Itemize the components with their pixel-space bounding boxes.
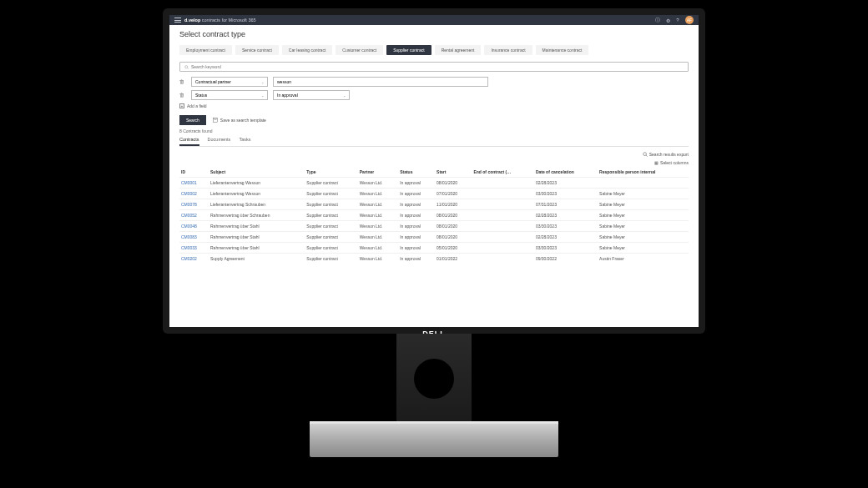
svg-line-1 [187, 68, 188, 68]
delete-filter-icon[interactable]: 🗑 [179, 92, 186, 98]
row-type: Supplier contract [305, 199, 357, 210]
row-subject: Rahmenvertrag über Stahl [209, 232, 305, 243]
delete-filter-icon[interactable]: 🗑 [179, 78, 186, 85]
filter-row: 🗑Status⌄In approval⌄ [179, 90, 689, 100]
contract-type-tab[interactable]: Insurance contract [484, 45, 532, 55]
save-search-template-button[interactable]: Save as search template [213, 118, 266, 123]
table-row[interactable]: CM0052Rahmenvertrag über SchraubenSuppli… [179, 210, 689, 221]
contract-type-tabs: Employment contractService contractCar l… [179, 45, 689, 55]
row-cancel: 02/28/2023 [534, 210, 598, 221]
export-icon [643, 152, 648, 157]
row-start: 08/01/2020 [435, 232, 472, 243]
row-id[interactable]: CM0202 [179, 254, 209, 264]
row-subject: Rahmenvertrag über Stahl [209, 221, 305, 232]
contract-type-tab[interactable]: Rental agreement [435, 45, 482, 55]
search-keyword-bar[interactable] [179, 62, 689, 72]
contract-type-tab[interactable]: Service contract [235, 45, 279, 55]
contract-type-tab[interactable]: Supplier contract [386, 45, 431, 55]
filter-value-select[interactable]: In approval⌄ [273, 90, 350, 100]
filter-field-select[interactable]: Status⌄ [191, 90, 268, 100]
table-row[interactable]: CM0078Lieferantenvertrag SchraubenSuppli… [179, 199, 689, 210]
row-id[interactable]: CM0033 [179, 243, 209, 254]
chevron-down-icon: ⌄ [261, 93, 264, 98]
info-icon[interactable]: ⓘ [655, 18, 660, 23]
row-cancel: 03/30/2023 [534, 243, 598, 254]
row-start: 05/01/2020 [435, 243, 472, 254]
table-row[interactable]: CM0048Rahmenvertrag über StahlSupplier c… [179, 221, 689, 232]
sub-tab[interactable]: Tasks [239, 137, 250, 146]
sub-tab[interactable]: Contracts [179, 137, 199, 146]
row-end [472, 221, 533, 232]
column-header[interactable]: End of contract (… [472, 167, 533, 178]
settings-icon[interactable]: ⚙ [665, 18, 670, 23]
filter-row: 🗑Contractual partner⌄ [179, 77, 689, 87]
help-icon[interactable]: ? [675, 18, 680, 23]
column-header[interactable]: Start [435, 167, 472, 178]
chevron-down-icon: ⌄ [261, 80, 264, 84]
search-input[interactable] [191, 64, 684, 69]
table-row[interactable]: CM0033Rahmenvertrag über StahlSupplier c… [179, 243, 689, 254]
monitor-neck [396, 334, 472, 430]
row-status: In approval [398, 210, 435, 221]
column-header[interactable]: Status [398, 167, 435, 178]
row-partner: Wesson Ltd. [358, 232, 398, 243]
row-type: Supplier contract [305, 232, 357, 243]
avatar[interactable]: AF [685, 16, 694, 24]
filter-field-select[interactable]: Contractual partner⌄ [191, 77, 268, 87]
row-type: Supplier contract [305, 210, 357, 221]
row-start: 08/01/2020 [435, 210, 472, 221]
contract-type-tab[interactable]: Car leasing contract [282, 45, 332, 55]
row-partner: Wesson Ltd. [358, 178, 398, 189]
row-partner: Wesson Ltd. [358, 221, 398, 232]
main-content: Select contract type Employment contract… [169, 25, 699, 269]
column-header[interactable]: ID [179, 167, 209, 178]
column-header[interactable]: Date of cancelation [534, 167, 598, 178]
row-subject: Supply Agreement [209, 254, 305, 264]
svg-rect-2 [214, 118, 218, 123]
row-status: In approval [398, 221, 435, 232]
row-responsible: Sabine Meyer [598, 232, 689, 243]
page-title: Select contract type [179, 30, 689, 38]
search-icon [184, 65, 189, 69]
row-subject: Lieferantenvertrag Wesson [209, 189, 305, 199]
sub-tab[interactable]: Documents [208, 137, 231, 146]
monitor-frame: d.velop contracts for Microsoft 365 ⓘ ⚙ … [163, 8, 705, 334]
chevron-down-icon: ⌄ [343, 93, 346, 98]
row-type: Supplier contract [305, 189, 357, 199]
table-row[interactable]: CM0001Lieferantenvertrag WessonSupplier … [179, 178, 689, 189]
app-header: d.velop contracts for Microsoft 365 ⓘ ⚙ … [169, 15, 699, 25]
row-id[interactable]: CM0052 [179, 210, 209, 221]
row-end [472, 189, 533, 199]
table-row[interactable]: CM0002Lieferantenvertrag WessonSupplier … [179, 189, 689, 199]
row-id[interactable]: CM0078 [179, 199, 209, 210]
filter-value-input[interactable] [273, 77, 488, 87]
column-header[interactable]: Partner [358, 167, 398, 178]
column-header[interactable]: Type [305, 167, 357, 178]
row-id[interactable]: CM0048 [179, 221, 209, 232]
results-table: IDSubjectTypePartnerStatusStartEnd of co… [179, 167, 689, 264]
column-header[interactable]: Responsible person internal [598, 167, 689, 178]
contract-type-tab[interactable]: Maintenance contract [536, 45, 589, 55]
search-button[interactable]: Search [179, 115, 206, 125]
save-icon [213, 118, 218, 123]
row-responsible: Sabine Meyer [598, 210, 689, 221]
row-responsible: Sabine Meyer [598, 189, 689, 199]
row-responsible: Sabine Meyer [598, 221, 689, 232]
contract-type-tab[interactable]: Employment contract [179, 45, 232, 55]
add-field-button[interactable]: + Add a field [179, 103, 689, 108]
row-id[interactable]: CM0002 [179, 189, 209, 199]
row-responsible: Austin Fraser [598, 254, 689, 264]
row-id[interactable]: CM0083 [179, 232, 209, 243]
table-row[interactable]: CM0083Rahmenvertrag über StahlSupplier c… [179, 232, 689, 243]
menu-icon[interactable] [174, 18, 181, 23]
select-columns-link[interactable]: ▦ Select columns [179, 160, 689, 165]
table-row[interactable]: CM0202Supply AgreementSupplier contractW… [179, 254, 689, 264]
row-id[interactable]: CM0001 [179, 178, 209, 189]
export-results-link[interactable]: Search results export [643, 152, 689, 157]
contract-type-tab[interactable]: Customer contract [336, 45, 383, 55]
row-subject: Lieferantenvertrag Schrauben [209, 199, 305, 210]
column-header[interactable]: Subject [209, 167, 305, 178]
row-partner: Wesson Ltd. [358, 243, 398, 254]
row-type: Supplier contract [305, 243, 357, 254]
row-start: 11/01/2020 [435, 199, 472, 210]
